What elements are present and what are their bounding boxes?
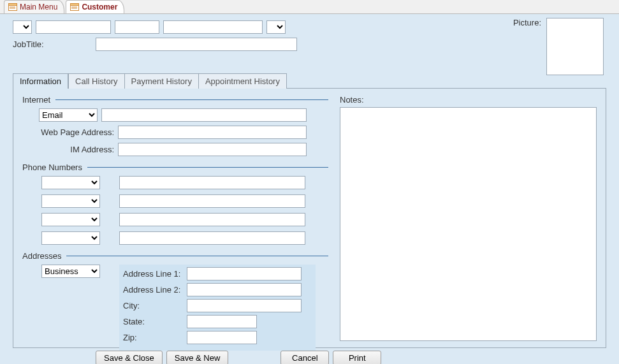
addresses-group: Addresses Business Address Line 1: Addre… <box>22 251 328 351</box>
tab-main-menu[interactable]: Main Menu <box>4 0 64 13</box>
email-type-select[interactable]: Email <box>39 108 98 122</box>
tab-customer-label: Customer <box>82 3 117 11</box>
internet-group: Internet Email Web Page Address: <box>22 95 328 156</box>
phone-row <box>22 194 328 208</box>
phone-type-select[interactable] <box>41 213 100 226</box>
phone-row <box>22 213 328 226</box>
save-close-button[interactable]: Save & Close <box>96 351 163 364</box>
divider <box>87 167 328 168</box>
job-title-label: JobTitle: <box>13 40 92 49</box>
addresses-group-label: Addresses <box>22 251 61 261</box>
phone-group-label: Phone Numbers <box>22 163 82 172</box>
cancel-button[interactable]: Cancel <box>280 351 329 364</box>
tab-appointment-history[interactable]: Appointment History <box>199 73 287 89</box>
picture-label: Picture: <box>513 18 541 27</box>
phone-number-input[interactable] <box>119 176 305 189</box>
address-box: Address Line 1: Address Line 2: City: <box>119 265 316 351</box>
address-line2-input[interactable] <box>187 283 302 296</box>
zip-label: Zip: <box>123 333 187 342</box>
form-button-row: Save & Close Save & New Cancel Print <box>13 351 606 364</box>
state-input[interactable] <box>187 315 257 328</box>
divider <box>66 256 328 256</box>
middle-name-input[interactable] <box>115 20 159 34</box>
im-address-label: IM Address: <box>22 145 118 154</box>
phone-row <box>22 231 328 245</box>
address-line1-input[interactable] <box>187 267 302 280</box>
zip-input[interactable] <box>187 331 257 344</box>
svg-rect-1 <box>9 4 17 6</box>
notes-label: Notes: <box>340 95 597 105</box>
title-select[interactable] <box>13 20 32 34</box>
tab-call-history[interactable]: Call History <box>68 73 124 89</box>
tab-main-menu-label: Main Menu <box>20 3 57 11</box>
phone-type-select[interactable] <box>41 194 100 208</box>
print-button[interactable]: Print <box>333 351 381 364</box>
last-name-input[interactable] <box>163 20 263 34</box>
job-title-input[interactable] <box>96 38 297 51</box>
document-tab-bar: Main Menu Customer <box>0 0 619 14</box>
information-panel: Internet Email Web Page Address: <box>13 88 606 348</box>
im-address-input[interactable] <box>118 143 307 156</box>
customer-form: JobTitle: Picture: Information Call Hist… <box>0 14 619 364</box>
form-icon <box>8 3 17 11</box>
phone-type-select[interactable] <box>41 231 100 245</box>
notes-textarea[interactable] <box>340 107 597 341</box>
form-icon <box>70 3 79 11</box>
phone-number-input[interactable] <box>119 194 305 208</box>
phone-number-input[interactable] <box>119 213 305 226</box>
internet-group-label: Internet <box>22 95 50 105</box>
tab-customer[interactable]: Customer <box>66 0 124 13</box>
web-address-input[interactable] <box>118 126 307 139</box>
web-address-label: Web Page Address: <box>22 127 118 137</box>
address-line1-label: Address Line 1: <box>123 269 187 279</box>
detail-tabs: Information Call History Payment History… <box>13 73 606 88</box>
tab-information[interactable]: Information <box>13 73 68 89</box>
tab-payment-history[interactable]: Payment History <box>125 73 199 89</box>
city-input[interactable] <box>187 299 302 312</box>
phone-row <box>22 176 328 189</box>
address-type-select[interactable]: Business <box>41 265 100 278</box>
phone-type-select[interactable] <box>41 176 100 189</box>
svg-rect-5 <box>71 4 79 6</box>
state-label: State: <box>123 317 187 326</box>
suffix-select[interactable] <box>266 20 286 34</box>
save-new-button[interactable]: Save & New <box>166 351 229 364</box>
phone-group: Phone Numbers <box>22 163 328 245</box>
address-line2-label: Address Line 2: <box>123 285 187 295</box>
first-name-input[interactable] <box>36 20 111 34</box>
email-input[interactable] <box>101 108 307 122</box>
divider <box>55 99 328 100</box>
phone-number-input[interactable] <box>119 231 305 245</box>
picture-box[interactable] <box>546 18 604 75</box>
city-label: City: <box>123 301 187 310</box>
